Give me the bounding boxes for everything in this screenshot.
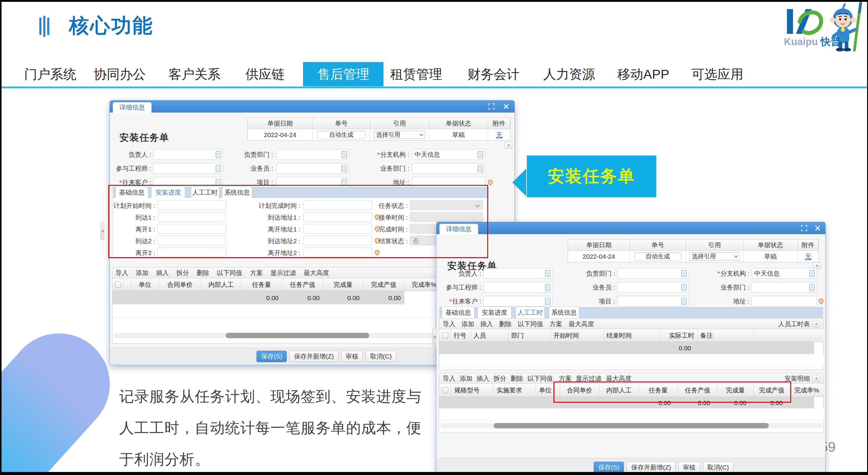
tab-install-progress[interactable]: 安装进度	[477, 306, 512, 318]
list-picker-icon[interactable]	[341, 165, 347, 172]
toolbar-split[interactable]: 拆分	[176, 267, 189, 278]
doc-number-input[interactable]: 自动生成	[634, 252, 681, 261]
grid-row-selected[interactable]	[439, 342, 814, 354]
cancel-button[interactable]: 取消(C)	[366, 351, 396, 362]
select-all-checkbox[interactable]	[442, 332, 448, 338]
attachment-link[interactable]: 无	[805, 252, 811, 261]
toolbar-add[interactable]: 添加	[460, 373, 472, 384]
toolbar-import[interactable]: 导入	[443, 373, 456, 384]
list-picker-icon[interactable]	[681, 298, 687, 305]
nav-item-aftersales-active[interactable]: 售后管理	[303, 62, 383, 86]
location-pin-icon[interactable]	[487, 179, 494, 186]
list-picker-icon[interactable]	[477, 151, 483, 158]
toolbar-delete[interactable]: 删除	[510, 373, 523, 384]
dialog2-hours-grid: 导入 添加 插入 删除 以下同值 方案 最大高度 人员工时表 » 行号 人员 部…	[439, 319, 824, 370]
project-input[interactable]	[617, 296, 689, 306]
salesman-input[interactable]	[276, 163, 349, 174]
nav-item-crm[interactable]: 客户关系	[168, 62, 220, 86]
toolbar-delete[interactable]: 删除	[499, 319, 512, 329]
frame-edge-bottom	[0, 472, 868, 475]
nav-item-finance[interactable]: 财务会计	[468, 62, 520, 86]
save-button[interactable]: 保存(S)	[594, 462, 624, 473]
toolbar-filter[interactable]: 显示过滤	[270, 267, 296, 278]
toolbar-same-below[interactable]: 以下同值	[527, 373, 553, 384]
list-picker-icon[interactable]	[681, 284, 687, 291]
toolbar-insert[interactable]: 插入	[156, 267, 169, 278]
toolbar-same-below[interactable]: 以下同值	[217, 267, 242, 278]
save-button[interactable]: 保存(S)	[256, 351, 287, 362]
nav-item-optional[interactable]: 可选应用	[691, 62, 743, 86]
owner-input[interactable]	[153, 149, 223, 160]
tab-labor-hours[interactable]: 人工工时	[516, 306, 545, 318]
engineer-input[interactable]	[483, 282, 553, 293]
toolbar-add[interactable]: 添加	[136, 267, 149, 278]
maximize-icon[interactable]	[489, 103, 495, 110]
list-picker-icon[interactable]	[545, 284, 551, 291]
toolbar-delete[interactable]: 删除	[196, 267, 209, 278]
toolbar-max-height[interactable]: 最大高度	[304, 267, 329, 278]
owner-input[interactable]	[483, 268, 553, 279]
sales-dept-input[interactable]	[412, 163, 485, 174]
address-input[interactable]	[751, 296, 817, 306]
collapse-header-button[interactable]: »	[504, 142, 512, 149]
toolbar-add[interactable]: 添加	[462, 319, 474, 329]
toolbar-scheme[interactable]: 方案	[550, 319, 562, 329]
grid-hscrollbar-thumb[interactable]	[226, 333, 369, 338]
location-pin-icon[interactable]	[818, 298, 825, 305]
grid-hscrollbar-thumb[interactable]	[494, 423, 769, 428]
collapse-grid-button[interactable]: »	[812, 375, 820, 382]
select-all-checkbox[interactable]	[115, 282, 121, 288]
select-all-checkbox[interactable]	[442, 387, 448, 393]
cite-select[interactable]: 选择引用	[689, 252, 740, 261]
sales-dept-input[interactable]	[751, 282, 817, 293]
dialog1-side-collapse-handle[interactable]	[100, 222, 104, 240]
list-picker-icon[interactable]	[809, 270, 815, 277]
customer-input[interactable]	[483, 296, 553, 306]
attachment-link[interactable]: 无	[496, 131, 502, 139]
nav-item-portal[interactable]: 门户系统	[24, 62, 76, 86]
doc-number-input[interactable]: 自动生成	[317, 131, 366, 139]
toolbar-same-below[interactable]: 以下同值	[518, 319, 543, 329]
nav-item-supply[interactable]: 供应链	[246, 62, 285, 86]
toolbar-split[interactable]: 拆分	[494, 373, 506, 384]
collapse-grid-button[interactable]: »	[812, 321, 820, 327]
tab-base-info[interactable]: 基础信息	[442, 306, 474, 318]
toolbar-import[interactable]: 导入	[116, 267, 128, 278]
branch-input[interactable]: 中天信息	[412, 149, 485, 160]
close-icon[interactable]	[503, 103, 509, 110]
engineer-input[interactable]	[153, 163, 223, 174]
nav-item-lease[interactable]: 租赁管理	[390, 62, 442, 86]
list-picker-icon[interactable]	[681, 270, 687, 277]
list-picker-icon[interactable]	[216, 151, 221, 158]
audit-button[interactable]: 审核	[678, 462, 700, 473]
toolbar-max-height[interactable]: 最大高度	[568, 319, 594, 329]
audit-button[interactable]: 审核	[341, 351, 363, 362]
list-picker-icon[interactable]	[216, 165, 221, 172]
cite-select[interactable]: 选择引用	[374, 131, 426, 139]
toolbar-scheme[interactable]: 方案	[250, 267, 263, 278]
toolbar-import[interactable]: 导入	[443, 319, 456, 329]
salesman-input[interactable]	[617, 282, 689, 293]
list-picker-icon[interactable]	[545, 298, 551, 305]
dialog2-side-collapse-handle[interactable]	[433, 328, 436, 346]
nav-item-office[interactable]: 协同办公	[94, 62, 146, 86]
save-and-new-button[interactable]: 保存并新增(Z)	[627, 462, 676, 473]
cancel-button[interactable]: 取消(C)	[703, 462, 734, 473]
nav-underline	[0, 87, 868, 88]
list-picker-icon[interactable]	[809, 284, 815, 291]
toolbar-insert[interactable]: 插入	[477, 373, 489, 384]
maximize-icon[interactable]	[801, 225, 807, 231]
list-picker-icon[interactable]	[341, 151, 347, 158]
list-picker-icon[interactable]	[545, 270, 551, 277]
toolbar-insert[interactable]: 插入	[480, 319, 493, 329]
dialog1-tab-detail-info[interactable]: 详细信息	[113, 102, 152, 113]
save-and-new-button[interactable]: 保存并新增(Z)	[289, 351, 338, 362]
list-picker-icon[interactable]	[477, 165, 483, 172]
branch-input[interactable]: 中天信息	[751, 268, 817, 279]
owner-dept-input[interactable]	[617, 268, 689, 279]
nav-item-mobile[interactable]: 移动APP	[617, 62, 669, 86]
nav-item-hr[interactable]: 人力资源	[543, 62, 595, 86]
owner-dept-input[interactable]	[276, 149, 349, 160]
tab-system-info[interactable]: 系统信息	[549, 306, 579, 318]
close-icon[interactable]	[814, 225, 820, 231]
